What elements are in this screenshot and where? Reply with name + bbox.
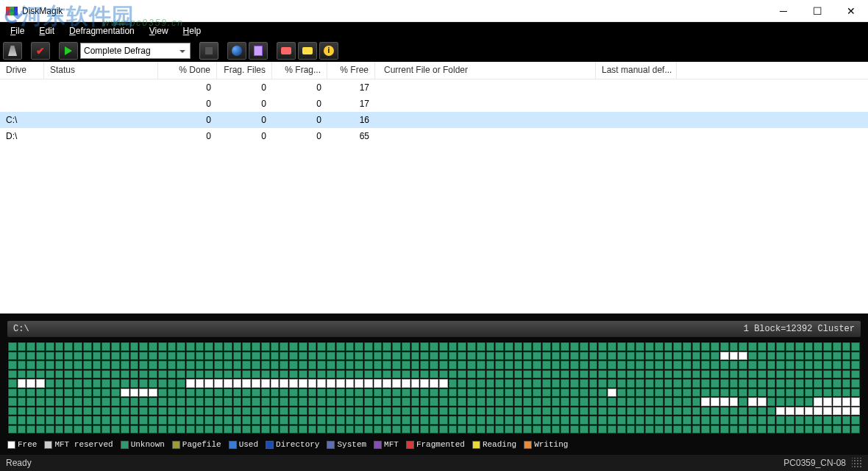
table-row[interactable]: D:\00065: [0, 128, 868, 144]
col-drive[interactable]: Drive: [0, 62, 44, 79]
cluster-cell: [233, 342, 242, 351]
cluster-cell: [523, 425, 532, 434]
col-fragp[interactable]: % Frag...: [272, 62, 327, 79]
cluster-cell: [214, 352, 223, 361]
cluster-cell: [402, 416, 410, 425]
cluster-cell: [542, 389, 551, 397]
cluster-cell: [814, 370, 822, 379]
cluster-cell: [786, 379, 794, 388]
table-row[interactable]: 00017: [0, 96, 868, 112]
cluster-cell: [74, 425, 82, 434]
cluster-cell: [93, 397, 102, 406]
cluster-cell: [392, 407, 401, 416]
cluster-cell: [252, 379, 260, 388]
cluster-cell: [336, 361, 345, 369]
cluster-cell: [589, 389, 598, 397]
cluster-cell: [46, 407, 54, 416]
cluster-cell: [204, 425, 213, 434]
cluster-cell: [795, 397, 804, 406]
cluster-cell: [701, 397, 710, 406]
cluster-cell: [336, 397, 345, 406]
minimize-button[interactable]: ─: [766, 0, 800, 22]
cluster-cell: [823, 370, 832, 379]
cell-drive: [0, 86, 44, 89]
cell-fragfiles: 0: [217, 130, 272, 143]
page-button[interactable]: [249, 42, 268, 60]
col-last[interactable]: Last manual def...: [596, 62, 677, 79]
cluster-cell: [177, 397, 185, 406]
titlebar: DiskMagik ─ ☐ ✕: [0, 0, 868, 22]
cluster-cell: [748, 352, 757, 361]
cluster-cell: [308, 407, 317, 416]
cluster-cell: [93, 407, 102, 416]
cluster-cell: [795, 342, 804, 351]
cluster-cell: [74, 389, 82, 397]
cluster-cell: [673, 389, 682, 397]
cluster-cell: [411, 389, 420, 397]
col-file[interactable]: Current File or Folder: [375, 62, 596, 79]
brush-button[interactable]: [3, 42, 22, 60]
col-fragfiles[interactable]: Frag. Files: [217, 62, 272, 79]
cluster-cell: [580, 361, 588, 369]
menu-edit[interactable]: Edit: [32, 22, 62, 40]
cluster-cell: [842, 352, 851, 361]
cluster-cell: [645, 416, 654, 425]
play-button[interactable]: [59, 42, 78, 60]
maximize-button[interactable]: ☐: [800, 0, 834, 22]
cluster-cell: [645, 389, 654, 397]
cluster-cell: [130, 342, 139, 351]
cluster-cell: [158, 416, 167, 425]
cluster-cell: [8, 416, 17, 425]
col-free[interactable]: % Free: [327, 62, 375, 79]
cluster-cell: [533, 352, 541, 361]
cluster-cell: [701, 361, 710, 369]
col-done[interactable]: % Done: [158, 62, 217, 79]
cluster-cell: [542, 361, 551, 369]
menu-file[interactable]: File: [3, 22, 32, 40]
cluster-cell: [833, 397, 842, 406]
cluster-cell: [664, 370, 673, 379]
cluster-cell: [570, 389, 579, 397]
analyze-button[interactable]: ✔: [31, 42, 50, 60]
cluster-cell: [233, 389, 242, 397]
info-button[interactable]: i: [319, 42, 338, 60]
cluster-cell: [36, 379, 45, 388]
cell-last: [596, 118, 677, 121]
cluster-cell: [168, 407, 177, 416]
cluster-cell: [720, 397, 729, 406]
globe-button[interactable]: [227, 42, 246, 60]
table-row[interactable]: C:\00016: [0, 112, 868, 128]
cell-fragp: 0: [272, 113, 327, 127]
yellow-button[interactable]: [298, 42, 317, 60]
resize-grip[interactable]: [852, 458, 862, 468]
close-button[interactable]: ✕: [834, 0, 868, 22]
cluster-cell: [18, 407, 26, 416]
cluster-cell: [111, 370, 120, 379]
cluster-cell: [411, 416, 420, 425]
cluster-cell: [776, 342, 785, 351]
cluster-cell: [758, 379, 766, 388]
red-button[interactable]: [277, 42, 296, 60]
cluster-cell: [8, 352, 17, 361]
cluster-cell: [102, 397, 110, 406]
table-row[interactable]: 00017: [0, 79, 868, 96]
col-status[interactable]: Status: [44, 62, 158, 79]
cluster-cell: [261, 407, 270, 416]
stop-button[interactable]: [199, 42, 218, 60]
legend-swatch: [172, 441, 180, 449]
cluster-cell: [495, 389, 504, 397]
defrag-mode-combo[interactable]: Complete Defrag: [80, 43, 191, 59]
menu-view[interactable]: View: [142, 22, 176, 40]
cell-free: 65: [327, 130, 375, 143]
menu-defragmentation[interactable]: Defragmentation: [62, 22, 142, 40]
cluster-cell: [327, 361, 335, 369]
cluster-cell: [233, 397, 242, 406]
cluster-cell: [64, 352, 73, 361]
cluster-cell: [36, 407, 45, 416]
cluster-cell: [196, 389, 204, 397]
menu-help[interactable]: Help: [176, 22, 209, 40]
cluster-cell: [486, 370, 495, 379]
cluster-cell: [204, 352, 213, 361]
cluster-cell: [645, 352, 654, 361]
cluster-grid[interactable]: [7, 341, 861, 434]
